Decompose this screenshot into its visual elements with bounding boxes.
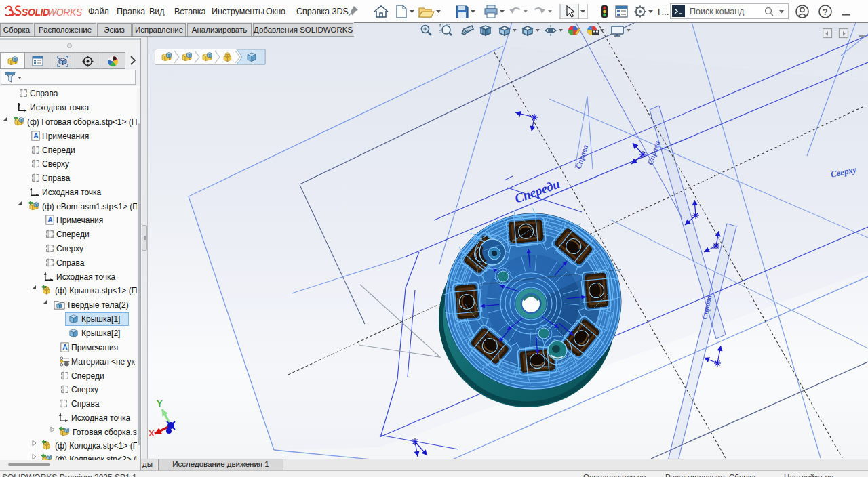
svg-text:?: ? <box>823 7 828 17</box>
svg-text:Y: Y <box>157 398 163 409</box>
svg-text:X: X <box>149 428 155 438</box>
svg-text:Г...: Г... <box>658 7 669 17</box>
